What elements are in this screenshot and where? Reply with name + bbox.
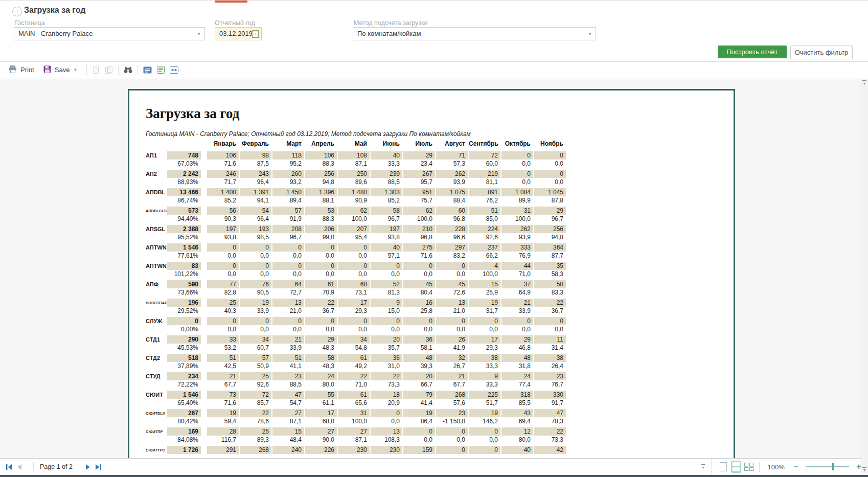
count-cell: 0 (534, 170, 566, 178)
percent-cell: 100,0 (403, 215, 435, 223)
total-percent-cell: 29,52% (167, 307, 201, 315)
percent-cell: 21,0 (272, 307, 304, 315)
clear-filter-button[interactable]: Очистить фильтр (790, 46, 853, 59)
zoom-out-button[interactable]: – (794, 462, 798, 472)
collapse-arrow-icon[interactable]: ↑ (12, 7, 22, 16)
table-row: СЮИТDLX267192227173101923194347 (146, 409, 570, 417)
percent-cell: 50,9 (240, 362, 271, 370)
continuous-view-button[interactable] (731, 461, 742, 473)
count-cell: 57 (272, 207, 304, 215)
count-cell: 0 (240, 243, 271, 252)
save-button[interactable]: Save ▼ (43, 65, 78, 75)
percent-cell: 89,9 (501, 196, 533, 205)
last-page-button[interactable] (95, 464, 101, 470)
count-cell: 197 (207, 225, 239, 233)
row-label: СЮИТ (146, 391, 167, 399)
percent-cell: 88,5 (371, 178, 402, 186)
count-cell: 38 (469, 354, 500, 362)
row-label: АПDBLCLS (146, 207, 167, 215)
count-cell: 0 (240, 262, 271, 270)
percent-cell: 0,0 (403, 270, 435, 278)
single-page-view-button[interactable] (718, 461, 729, 473)
percent-cell: 26,4 (534, 362, 566, 370)
toolbar-separator (118, 65, 119, 75)
view-layout-blue-icon[interactable] (143, 66, 152, 74)
table-cell (201, 307, 206, 315)
first-page-button[interactable] (6, 464, 12, 470)
count-cell: 224 (469, 225, 500, 233)
table-row: 88,93%71,796,493,294,889,688,595,793,981… (146, 178, 570, 186)
scroll-up-icon[interactable]: ▼ (862, 80, 866, 85)
multi-page-view-button[interactable] (743, 461, 754, 473)
next-page-button[interactable] (85, 464, 90, 470)
count-cell: 35 (534, 262, 566, 270)
print-button[interactable]: Print (9, 65, 34, 75)
row-label: АПTWNT (146, 262, 167, 270)
method-select[interactable]: По комнатам/койкам ▼ (353, 27, 596, 40)
count-cell: 0 (207, 317, 239, 325)
scroll-down-icon[interactable]: ▼ (862, 467, 866, 472)
hotel-select[interactable]: MAIN - Cranberry Palace ▼ (14, 27, 205, 40)
percent-cell: 57,3 (436, 160, 468, 168)
count-cell: 13 (371, 427, 402, 436)
calendar-icon[interactable]: 7 (252, 30, 259, 38)
percent-cell: 31,7 (469, 307, 500, 315)
count-cell: 267 (403, 170, 435, 178)
table-cell (201, 317, 206, 325)
percent-cell: 0,0 (305, 270, 337, 278)
count-cell: 61 (338, 391, 370, 399)
table-row: СТУД234212523242222202192423 (146, 372, 570, 380)
count-cell: 0 (403, 262, 435, 270)
count-cell: 0 (436, 446, 468, 454)
pager-scroll-arrow-icon[interactable]: ▼ (701, 464, 705, 469)
zoom-slider-handle[interactable] (832, 463, 834, 470)
percent-cell: 41,9 (436, 344, 468, 352)
count-cell: 56 (207, 207, 239, 215)
zoom-slider[interactable] (806, 466, 849, 467)
percent-cell: 54,7 (272, 399, 304, 407)
table-cell (146, 417, 167, 425)
count-cell: 52 (371, 280, 402, 288)
row-label: АП2 (146, 170, 167, 178)
percent-cell: -1 150,0 (436, 417, 468, 425)
total-cell: 196 (167, 299, 201, 307)
report-year-input[interactable]: 03.12.2019 7 (215, 27, 262, 40)
table-cell (167, 140, 201, 148)
copy-page-icon (105, 66, 113, 74)
count-cell: 0 (338, 262, 370, 270)
count-cell: 0 (338, 317, 370, 325)
count-cell: 22 (338, 372, 370, 380)
search-binoculars-icon[interactable] (124, 66, 132, 74)
percent-cell: 93,8 (371, 233, 402, 241)
percent-cell: 0,0 (240, 252, 271, 260)
percent-cell: 78,6 (240, 417, 271, 425)
table-row: АПSGL2 388197193208206207197210228224262… (146, 225, 570, 233)
count-cell: 53 (305, 207, 337, 215)
count-cell: 260 (272, 170, 304, 178)
column-header: Август (436, 140, 468, 148)
occupancy-table: ЯнварьФевральМартАпрельМайИюньИюльАвгуст… (146, 140, 570, 454)
count-cell: 61 (338, 354, 370, 362)
count-cell: 38 (534, 354, 566, 362)
fit-width-icon[interactable] (170, 66, 178, 74)
count-cell: 42 (534, 446, 566, 454)
column-header: Март (272, 140, 304, 148)
vertical-scrollbar[interactable]: ▼ ▼ (861, 79, 868, 475)
count-cell: 159 (403, 446, 435, 454)
count-cell: 57 (240, 354, 271, 362)
count-cell: 20 (371, 335, 402, 344)
table-cell (146, 436, 167, 444)
count-cell: 230 (338, 446, 370, 454)
percent-cell: 100,0 (469, 270, 500, 278)
percent-cell: 0,0 (338, 325, 370, 333)
table-row: 77,61%0,00,00,00,00,057,171,683,266,276,… (146, 252, 570, 260)
count-cell: 256 (305, 170, 337, 178)
previous-page-button[interactable] (17, 464, 22, 470)
count-cell: 17 (338, 299, 370, 307)
view-layout-green-icon[interactable] (157, 66, 165, 74)
percent-cell: 76,9 (501, 252, 533, 260)
total-cell: 234 (167, 372, 201, 380)
build-report-button[interactable]: Построить отчёт (718, 46, 787, 58)
percent-cell: 80,0 (305, 380, 337, 389)
table-row: СЮИТТРС1 726291268240226230230159004042 (146, 446, 570, 454)
